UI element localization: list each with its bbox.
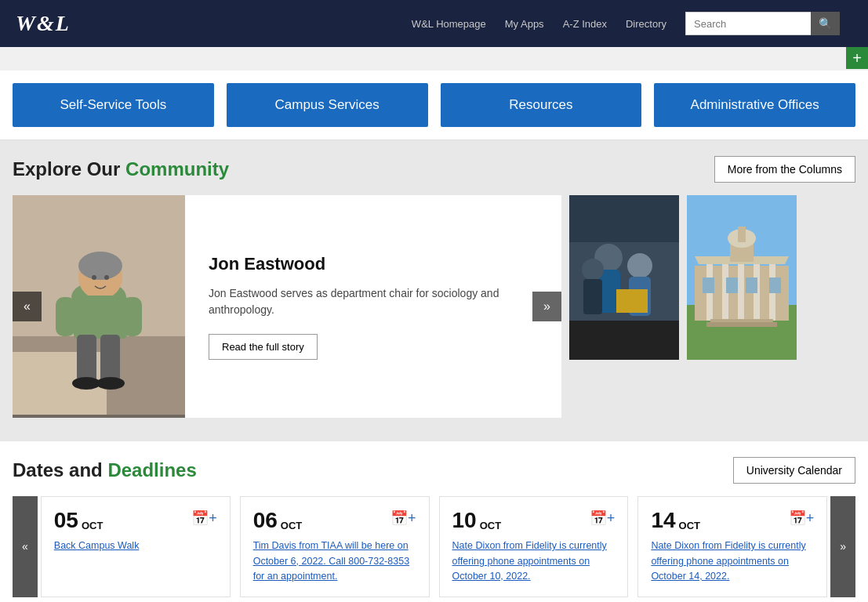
date-day-1: 06 (253, 510, 278, 531)
svg-point-19 (627, 253, 652, 278)
calendar-add-icon-1[interactable]: 📅+ (390, 510, 416, 527)
date-link-3[interactable]: Nate Dixon from Fidelity is currently of… (651, 540, 805, 582)
svg-rect-23 (616, 289, 648, 313)
carousel-main-wrapper: « (13, 195, 561, 418)
svg-rect-37 (703, 277, 714, 293)
dates-prev-button[interactable]: « (13, 496, 38, 597)
resources-button[interactable]: Resources (441, 83, 642, 127)
svg-point-21 (582, 259, 604, 281)
date-day-3: 14 (651, 510, 675, 531)
calendar-add-icon-3[interactable]: 📅+ (789, 510, 815, 527)
dates-carousel: « 05 OCT 📅+ Back Campus Walk 06 OCT (13, 496, 855, 597)
explore-carousel: « (13, 195, 855, 418)
date-display-2: 10 OCT (452, 510, 502, 531)
explore-header: Explore Our Community More from the Colu… (13, 156, 855, 183)
svg-rect-36 (738, 227, 746, 242)
svg-point-12 (96, 377, 125, 390)
main-nav: W&L Homepage My Apps A-Z Index Directory… (71, 12, 852, 35)
side-image-people (569, 195, 679, 360)
nav-az-index[interactable]: A-Z Index (563, 18, 607, 30)
search-container: 🔍 (685, 12, 840, 35)
logo: W&L (16, 11, 71, 36)
date-card-header-2: 10 OCT 📅+ (452, 510, 616, 531)
carousel-content: Jon Eastwood Jon Eastwood serves as depa… (185, 195, 561, 418)
nav-directory[interactable]: Directory (626, 18, 666, 30)
dates-header: Dates and Deadlines University Calendar (13, 457, 855, 484)
date-card-header-0: 05 OCT 📅+ (54, 510, 217, 531)
top-buttons-row: Self-Service Tools Campus Services Resou… (0, 71, 868, 140)
story-description: Jon Eastwood serves as department chair … (209, 285, 538, 318)
carousel-prev-button[interactable]: « (13, 292, 42, 321)
svg-rect-16 (569, 195, 679, 242)
carousel-next-button[interactable]: » (532, 292, 561, 321)
date-link-0[interactable]: Back Campus Walk (54, 540, 140, 551)
svg-rect-22 (583, 279, 602, 314)
more-columns-button[interactable]: More from the Columns (714, 156, 855, 183)
calendar-add-icon-2[interactable]: 📅+ (590, 510, 616, 527)
svg-rect-7 (56, 297, 75, 336)
campus-services-button[interactable]: Campus Services (227, 83, 428, 127)
self-service-tools-button[interactable]: Self-Service Tools (13, 83, 214, 127)
svg-rect-40 (769, 277, 781, 293)
svg-rect-9 (77, 335, 96, 382)
date-card-0: 05 OCT 📅+ Back Campus Walk (41, 496, 231, 597)
svg-point-14 (104, 275, 109, 280)
explore-section: Explore Our Community More from the Colu… (0, 140, 868, 441)
svg-rect-42 (706, 322, 777, 327)
nav-homepage[interactable]: W&L Homepage (412, 18, 486, 30)
svg-point-5 (78, 252, 122, 280)
plus-btn-row: + (0, 47, 868, 71)
date-card-3: 14 OCT 📅+ Nate Dixon from Fidelity is cu… (637, 496, 827, 597)
side-image-building (687, 195, 797, 360)
svg-rect-39 (746, 277, 757, 293)
date-month-2: OCT (480, 520, 501, 531)
date-card-2: 10 OCT 📅+ Nate Dixon from Fidelity is cu… (439, 496, 629, 597)
nav-apps[interactable]: My Apps (505, 18, 544, 30)
date-link-2[interactable]: Nate Dixon from Fidelity is currently of… (452, 540, 607, 582)
read-full-story-button[interactable]: Read the full story (209, 334, 318, 360)
dates-section: Dates and Deadlines University Calendar … (0, 441, 868, 602)
date-card-header-3: 14 OCT 📅+ (651, 510, 814, 531)
svg-point-11 (72, 377, 100, 390)
dates-title: Dates and Deadlines (13, 459, 197, 481)
svg-rect-38 (726, 277, 738, 293)
plus-button[interactable]: + (846, 47, 868, 69)
carousel-main: Jon Eastwood Jon Eastwood serves as depa… (13, 195, 561, 418)
date-cards: 05 OCT 📅+ Back Campus Walk 06 OCT 📅+ Tim… (38, 496, 830, 597)
administrative-offices-button[interactable]: Administrative Offices (654, 83, 855, 127)
date-display-3: 14 OCT (651, 510, 700, 531)
date-month-1: OCT (281, 520, 302, 531)
date-day-0: 05 (54, 510, 78, 531)
explore-title: Explore Our Community (13, 158, 229, 180)
date-month-0: OCT (82, 520, 103, 531)
date-display-1: 06 OCT (253, 510, 303, 531)
date-month-3: OCT (679, 520, 700, 531)
svg-rect-8 (122, 297, 142, 336)
search-button[interactable]: 🔍 (811, 12, 840, 35)
date-link-1[interactable]: Tim Davis from TIAA will be here on Octo… (253, 540, 409, 582)
carousel-side-images (569, 195, 797, 418)
svg-rect-6 (74, 296, 127, 339)
svg-rect-30 (738, 262, 744, 321)
calendar-add-icon-0[interactable]: 📅+ (191, 510, 217, 527)
university-calendar-button[interactable]: University Calendar (733, 457, 855, 484)
dates-next-button[interactable]: » (830, 496, 855, 597)
header: W&L W&L Homepage My Apps A-Z Index Direc… (0, 0, 868, 47)
svg-rect-24 (569, 321, 679, 360)
svg-rect-10 (100, 335, 120, 382)
date-card-header-1: 06 OCT 📅+ (253, 510, 416, 531)
date-card-1: 06 OCT 📅+ Tim Davis from TIAA will be he… (240, 496, 430, 597)
search-input[interactable] (685, 12, 811, 35)
date-day-2: 10 (452, 510, 477, 531)
story-name: Jon Eastwood (209, 254, 538, 274)
svg-point-13 (92, 275, 96, 280)
date-display-0: 05 OCT (54, 510, 104, 531)
